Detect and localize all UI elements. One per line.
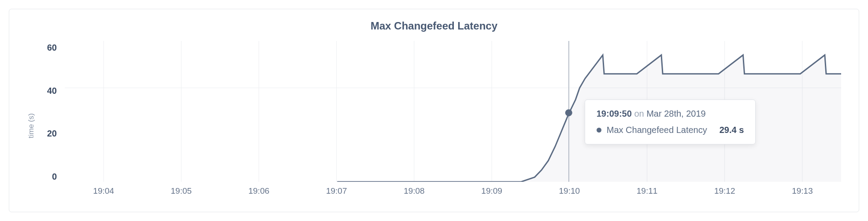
y-tick: 60 [40,43,57,53]
x-tick: 19:09 [453,186,530,196]
x-tick: 19:05 [142,186,220,196]
x-tick: 19:13 [764,186,841,196]
y-axis: 60 40 20 0 [40,41,57,198]
x-tick: 19:10 [530,186,608,196]
x-tick: 19:06 [220,186,297,196]
svg-point-12 [565,109,572,116]
chart-svg [65,41,841,182]
x-axis: 19:04 19:05 19:06 19:07 19:08 19:09 19:1… [65,186,841,196]
y-tick: 0 [40,172,57,182]
y-tick: 20 [40,129,57,139]
x-tick: 19:08 [375,186,453,196]
chart-title: Max Changefeed Latency [27,20,841,32]
chart-panel: Max Changefeed Latency time (s) 60 40 20… [9,9,859,212]
x-tick: 19:11 [608,186,686,196]
x-tick: 19:12 [686,186,764,196]
y-axis-label: time (s) [27,41,36,198]
plot-area[interactable]: 19:04 19:05 19:06 19:07 19:08 19:09 19:1… [65,41,841,198]
y-tick: 40 [40,86,57,96]
x-tick: 19:07 [298,186,375,196]
chart-body: time (s) 60 40 20 0 19:04 19:05 19:06 19… [27,41,841,198]
x-tick: 19:04 [65,186,142,196]
